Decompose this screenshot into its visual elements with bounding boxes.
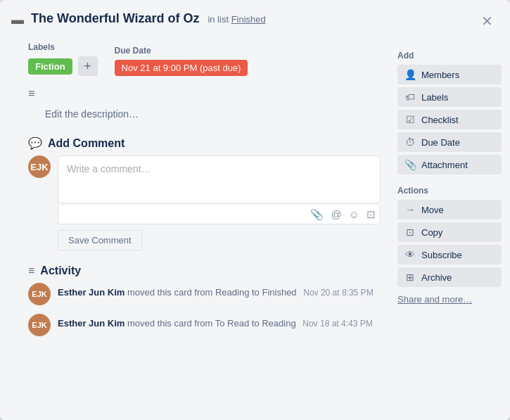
comment-input-row: EJK 📎 @ ☺ ⊡ Save Comment (28, 155, 381, 250)
activity-section: ≡ Activity EJK Esther Jun Kim moved this… (28, 265, 381, 336)
move-label: Move (421, 205, 444, 215)
move-button[interactable]: → Move (397, 200, 502, 219)
list-name-link[interactable]: Finished (231, 14, 266, 25)
activity-avatar-2: EJK (28, 314, 51, 336)
copy-icon: ⊡ (404, 227, 416, 238)
share-more-link[interactable]: Share and more… (397, 293, 502, 306)
subscribe-label: Subscribe (421, 250, 462, 260)
description-icon: ≡ (28, 87, 34, 100)
user-avatar: EJK (28, 155, 51, 178)
comment-toolbar: 📎 @ ☺ ⊡ (58, 205, 381, 224)
comment-textarea[interactable] (58, 155, 381, 203)
activity-user-2: Esther Jun Kim (58, 318, 125, 329)
in-list-text: in list Finished (208, 14, 265, 25)
members-button[interactable]: 👤 Members (397, 65, 502, 84)
comment-section-header: 💬 Add Comment (28, 136, 381, 150)
fiction-label[interactable]: Fiction (28, 58, 72, 75)
attachment-icon: 📎 (404, 159, 416, 170)
archive-button[interactable]: ⊞ Archive (397, 267, 502, 287)
due-date-group: Due Date Nov 21 at 9:00 PM (past due) (115, 46, 248, 76)
due-date-badge[interactable]: Nov 21 at 9:00 PM (past due) (115, 60, 248, 76)
activity-time-2: Nov 18 at 4:43 PM (302, 319, 372, 329)
members-label: Members (421, 70, 459, 80)
labels-icon: 🏷 (404, 91, 416, 103)
activity-text-2: Esther Jun Kim moved this card from To R… (58, 314, 373, 329)
activity-time-1: Nov 20 at 8:35 PM (303, 288, 373, 298)
description-edit-link[interactable]: Edit the description… (45, 106, 381, 122)
due-date-icon: ⏱ (404, 136, 416, 148)
activity-item-2: EJK Esther Jun Kim moved this card from … (28, 314, 381, 336)
subscribe-icon: 👁 (404, 249, 416, 260)
modal-body: Labels Fiction + Due Date Nov 21 at 9:00… (0, 37, 510, 420)
meta-row: Labels Fiction + Due Date Nov 21 at 9:00… (28, 42, 381, 76)
labels-group: Labels Fiction + (28, 42, 98, 76)
description-section: ≡ Edit the description… (28, 87, 381, 122)
main-content: Labels Fiction + Due Date Nov 21 at 9:00… (0, 37, 392, 420)
labels-button[interactable]: 🏷 Labels (397, 87, 502, 107)
checklist-icon: ☑ (404, 114, 416, 125)
card-title: The Wonderful Wizard of Oz (31, 11, 200, 25)
activity-avatar-1: EJK (28, 283, 51, 305)
attachment-button[interactable]: 📎 Attachment (397, 155, 502, 174)
subscribe-button[interactable]: 👁 Subscribe (397, 245, 502, 265)
members-icon: 👤 (404, 69, 416, 80)
archive-label: Archive (421, 272, 452, 283)
close-button[interactable]: ✕ (476, 11, 499, 31)
text-format-icon[interactable]: ⊡ (366, 208, 376, 221)
activity-item-1: EJK Esther Jun Kim moved this card from … (28, 283, 381, 305)
modal-header: ▬ The Wonderful Wizard of Oz in list Fin… (0, 0, 510, 37)
sidebar: Add 👤 Members 🏷 Labels ☑ Checklist ⏱ Due… (392, 37, 510, 420)
due-date-label: Due Date (421, 137, 460, 148)
due-date-label: Due Date (115, 46, 248, 56)
activity-text-1: Esther Jun Kim moved this card from Read… (58, 283, 374, 298)
comment-box-wrap: 📎 @ ☺ ⊡ Save Comment (58, 155, 381, 250)
label-row: Fiction + (28, 56, 98, 76)
move-icon: → (404, 204, 416, 215)
checklist-button[interactable]: ☑ Checklist (397, 110, 502, 129)
add-section-title: Add (397, 51, 502, 61)
attach-icon[interactable]: 📎 (310, 208, 324, 221)
emoji-icon[interactable]: ☺ (349, 208, 359, 221)
comment-section-title: Add Comment (48, 137, 125, 150)
card-modal: ▬ The Wonderful Wizard of Oz in list Fin… (0, 0, 510, 420)
description-header: ≡ (28, 87, 381, 100)
comment-section: 💬 Add Comment EJK 📎 @ ☺ ⊡ Save Comment (28, 136, 381, 250)
copy-button[interactable]: ⊡ Copy (397, 222, 502, 242)
activity-title: Activity (40, 265, 81, 277)
add-label-button[interactable]: + (78, 56, 98, 76)
activity-icon: ≡ (28, 265, 34, 277)
attachment-label: Attachment (421, 160, 468, 170)
due-date-button[interactable]: ⏱ Due Date (397, 132, 502, 152)
checklist-label: Checklist (421, 115, 459, 125)
save-comment-button[interactable]: Save Comment (58, 230, 142, 250)
mention-icon[interactable]: @ (331, 208, 341, 221)
activity-action-2: moved this card from To Read to Reading (127, 318, 296, 329)
activity-action-1: moved this card from Reading to Finished (127, 287, 297, 298)
copy-label: Copy (421, 227, 442, 238)
activity-header: ≡ Activity (28, 265, 381, 277)
comment-icon: 💬 (28, 136, 42, 150)
archive-icon: ⊞ (404, 272, 416, 283)
activity-user-1: Esther Jun Kim (58, 287, 125, 298)
card-type-icon: ▬ (11, 13, 24, 27)
actions-section-title: Actions (397, 186, 502, 196)
title-area: The Wonderful Wizard of Oz in list Finis… (31, 11, 476, 26)
labels-section-label: Labels (28, 42, 98, 52)
labels-label: Labels (421, 92, 448, 103)
